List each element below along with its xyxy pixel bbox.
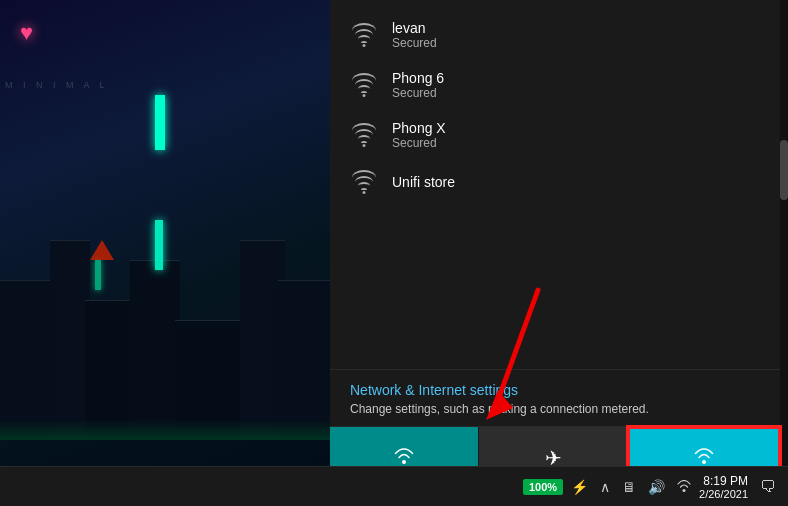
scrollbar[interactable] [780, 0, 788, 470]
battery-indicator: 100% [523, 479, 563, 495]
chevron-up-icon[interactable]: ∧ [596, 475, 614, 499]
wifi-signal-icon [350, 23, 378, 47]
wifi-name: Unifi store [392, 174, 760, 190]
battery-percentage: 100% [529, 481, 557, 493]
minimal-text: M I N I M A L [5, 80, 109, 90]
wifi-status: Secured [392, 86, 760, 100]
wifi-signal-icon [350, 73, 378, 97]
wifi-list: levan Secured Phong 6 Secured [330, 0, 780, 369]
wifi-info-unifi: Unifi store [392, 174, 760, 190]
taskbar-right-area: 100% ⚡ ∧ 🖥 🔊 8:19 PM 2/26/2021 🗨 [523, 474, 780, 500]
network-settings-title[interactable]: Network & Internet settings [350, 382, 760, 398]
notification-center-icon[interactable]: 🗨 [756, 474, 780, 500]
wifi-status: Secured [392, 36, 760, 50]
scrollbar-thumb[interactable] [780, 140, 788, 200]
clock-date: 2/26/2021 [699, 488, 748, 500]
network-tray-icon[interactable]: 🖥 [618, 475, 640, 499]
network-settings-description: Change settings, such as making a connec… [350, 402, 760, 416]
svg-point-0 [402, 460, 406, 464]
wifi-name: Phong 6 [392, 70, 760, 86]
wifi-info-levan: levan Secured [392, 20, 760, 50]
wifi-item-phong6[interactable]: Phong 6 Secured [330, 60, 780, 110]
system-clock[interactable]: 8:19 PM 2/26/2021 [699, 474, 748, 500]
wifi-item-levan[interactable]: levan Secured [330, 10, 780, 60]
heart-decoration: ♥ [20, 20, 33, 46]
taskbar: 100% ⚡ ∧ 🖥 🔊 8:19 PM 2/26/2021 🗨 [0, 466, 788, 506]
wifi-tray-icon[interactable] [673, 475, 695, 499]
svg-point-1 [702, 460, 706, 464]
speaker-icon[interactable]: 🔊 [644, 475, 669, 499]
lightning-icon: ⚡ [567, 475, 592, 499]
wifi-signal-icon [350, 170, 378, 194]
desktop-wallpaper: ♥ M I N I M A L [0, 0, 330, 470]
clock-time: 8:19 PM [703, 474, 748, 488]
wifi-signal-icon [350, 123, 378, 147]
action-panel: levan Secured Phong 6 Secured [330, 0, 780, 506]
wifi-info-phong6: Phong 6 Secured [392, 70, 760, 100]
wifi-item-phongx[interactable]: Phong X Secured [330, 110, 780, 160]
wifi-name: levan [392, 20, 760, 36]
wifi-info-phongx: Phong X Secured [392, 120, 760, 150]
network-settings: Network & Internet settings Change setti… [330, 369, 780, 426]
wifi-name: Phong X [392, 120, 760, 136]
wifi-item-unifi[interactable]: Unifi store [330, 160, 780, 204]
svg-point-4 [683, 489, 686, 492]
wifi-status: Secured [392, 136, 760, 150]
